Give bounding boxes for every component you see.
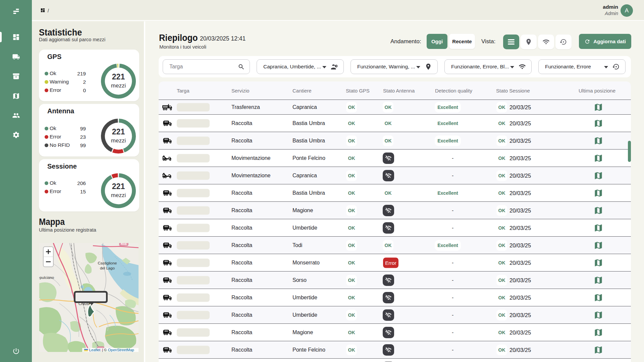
- svg-text:221: 221: [112, 72, 125, 81]
- svg-text:RA6: RA6: [121, 243, 126, 246]
- svg-text:epulciano: epulciano: [39, 276, 54, 280]
- svg-text:221: 221: [112, 127, 125, 136]
- svg-text:mezzi: mezzi: [111, 192, 126, 198]
- svg-text:mezzi: mezzi: [111, 82, 126, 89]
- svg-text:mezzi: mezzi: [111, 137, 126, 144]
- svg-text:Leaflet: Leaflet: [89, 348, 100, 352]
- svg-text:OpenStreetMap: OpenStreetMap: [108, 348, 134, 352]
- svg-text:| ©: | ©: [102, 348, 107, 352]
- svg-text:del Lago: del Lago: [100, 266, 115, 270]
- svg-text:221: 221: [112, 182, 125, 191]
- svg-text:Castiglione: Castiglione: [98, 261, 117, 265]
